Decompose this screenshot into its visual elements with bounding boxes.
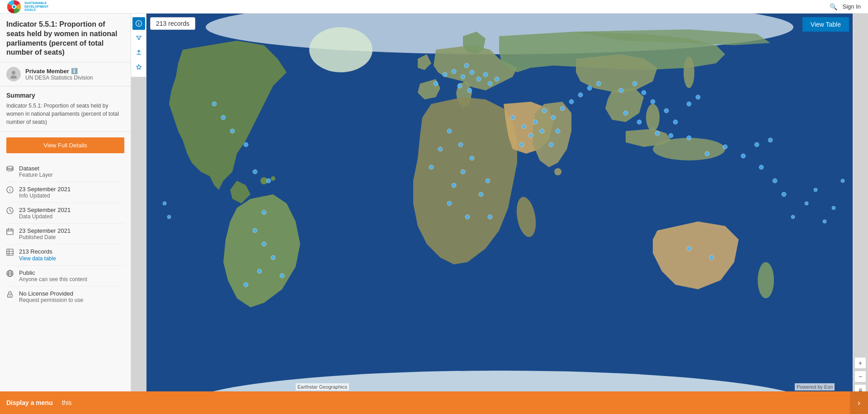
svg-point-108: [841, 179, 844, 183]
svg-point-42: [447, 129, 452, 133]
svg-point-104: [805, 202, 808, 205]
info-toolbar-icon: i: [136, 20, 142, 27]
esri-credit: Powered by Esri: [795, 383, 835, 390]
svg-point-106: [823, 220, 826, 223]
data-updated-label: 23 September 2021: [19, 207, 71, 213]
svg-point-78: [696, 95, 700, 99]
svg-point-86: [773, 179, 777, 183]
svg-point-88: [755, 142, 759, 147]
database-icon: [6, 165, 14, 174]
svg-point-21: [309, 27, 373, 72]
person-icon: [9, 70, 18, 79]
info-updated-content: 23 September 2021 Info Updated: [19, 186, 71, 199]
upload-toolbar-button[interactable]: [132, 46, 145, 59]
star-toolbar-icon: [136, 64, 142, 70]
public-content: Public Anyone can see this content: [19, 269, 87, 282]
display-menu-label: Display a menu: [6, 399, 53, 406]
metadata-dataset: Dataset Feature Layer: [6, 161, 124, 182]
zoom-in-button[interactable]: +: [854, 357, 866, 369]
svg-point-49: [479, 192, 483, 197]
search-icon[interactable]: 🔍: [830, 3, 837, 10]
dataset-sub: Feature Layer: [19, 172, 53, 178]
metadata-license: No License Provided Request permission t…: [6, 287, 124, 307]
svg-text:i: i: [138, 22, 139, 26]
svg-point-58: [519, 142, 524, 147]
svg-text:i: i: [9, 188, 10, 193]
svg-point-98: [262, 242, 266, 246]
svg-point-75: [664, 108, 669, 113]
view-data-table-link[interactable]: View data table: [19, 255, 56, 262]
sign-in-button[interactable]: Sign In: [843, 3, 861, 10]
dataset-label: Dataset: [19, 165, 53, 172]
svg-point-39: [458, 84, 462, 88]
zoom-out-button[interactable]: −: [854, 371, 866, 382]
svg-point-50: [486, 179, 490, 183]
svg-point-70: [632, 81, 637, 86]
summary-text: Indicator 5.5.1: Proportion of seats hel…: [6, 102, 124, 126]
license-label: No License Provided: [19, 290, 83, 297]
svg-point-26: [653, 138, 725, 160]
upload-toolbar-icon: [136, 49, 142, 56]
info-updated-sub: Info Updated: [19, 193, 71, 199]
svg-point-44: [470, 156, 474, 160]
dataset-content: Dataset Feature Layer: [19, 165, 53, 178]
svg-point-84: [741, 154, 745, 158]
svg-point-38: [464, 63, 469, 68]
bottom-bar-text: this: [59, 399, 72, 406]
svg-point-33: [470, 70, 474, 75]
filter-toolbar-button[interactable]: [132, 32, 145, 44]
summary-heading: Summary: [6, 92, 124, 99]
bookmark-toolbar-button[interactable]: [132, 61, 145, 73]
svg-point-55: [522, 124, 526, 129]
metadata-records: 213 Records View data table: [6, 245, 124, 266]
svg-point-103: [791, 215, 795, 219]
table-icon: [6, 249, 14, 257]
data-updated-sub: Data Updated: [19, 213, 71, 220]
svg-point-81: [687, 136, 691, 140]
bottom-bar: Display a menu this ›: [0, 391, 868, 414]
svg-point-77: [687, 102, 691, 106]
info-icon[interactable]: ℹ️: [71, 68, 78, 74]
info-updated-label: 23 September 2021: [19, 186, 71, 193]
display-menu-button[interactable]: Display a menu: [0, 391, 59, 414]
map-container[interactable]: 213 records View Table Earthstar Geograp…: [146, 14, 853, 414]
svg-point-36: [488, 81, 492, 86]
author-section: Private Member ℹ️ UN DESA Statistics Div…: [0, 62, 131, 86]
lock-icon: [6, 291, 14, 299]
header: SUSTAINABLE DEVELOPMENT GOALS 🔍 Sign In: [0, 0, 868, 14]
records-content: 213 Records View data table: [19, 248, 56, 262]
svg-point-3: [12, 71, 15, 75]
svg-point-46: [452, 183, 456, 188]
sdg-logo: SUSTAINABLE DEVELOPMENT GOALS: [7, 0, 48, 14]
svg-point-32: [461, 75, 465, 79]
svg-point-83: [723, 145, 727, 149]
svg-point-61: [551, 115, 556, 120]
svg-point-66: [596, 81, 601, 86]
svg-point-73: [623, 111, 628, 115]
svg-point-51: [438, 147, 443, 151]
earthstar-credit: Earthstar Geographics: [296, 383, 349, 390]
svg-point-93: [244, 142, 248, 147]
calendar-icon: [6, 228, 14, 236]
svg-point-63: [569, 99, 574, 104]
svg-point-31: [452, 69, 456, 74]
metadata-data-updated: 23 September 2021 Data Updated: [6, 203, 124, 224]
svg-point-112: [709, 255, 714, 260]
metadata-section: Dataset Feature Layer i 23 September 202…: [0, 159, 131, 312]
svg-point-99: [271, 255, 275, 260]
svg-rect-9: [7, 229, 13, 235]
globe-icon: [6, 270, 14, 278]
svg-point-41: [434, 81, 438, 86]
clock-icon: [6, 207, 14, 216]
svg-point-89: [768, 138, 773, 142]
svg-point-67: [556, 129, 560, 133]
svg-point-105: [814, 188, 817, 192]
bottom-bar-arrow[interactable]: ›: [850, 391, 868, 414]
view-full-details-button[interactable]: View Full Details: [6, 137, 124, 153]
info-toolbar-button[interactable]: i: [132, 17, 145, 30]
view-table-button[interactable]: View Table: [802, 17, 849, 32]
svg-point-62: [560, 106, 565, 111]
map-toolbar: i: [131, 14, 146, 77]
metadata-public: Public Anyone can see this content: [6, 266, 124, 287]
svg-point-102: [280, 273, 284, 278]
